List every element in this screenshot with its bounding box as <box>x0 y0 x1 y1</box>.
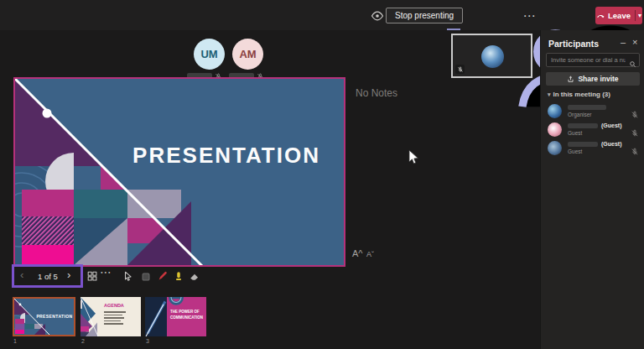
share-invite-icon <box>567 76 574 83</box>
participant-role: Guest <box>568 148 582 154</box>
share-screen-button[interactable] <box>578 8 595 25</box>
invite-search-input[interactable] <box>546 53 640 67</box>
slide-thumbnail-3[interactable]: THE POWER OF COMMUNICATION <box>145 297 206 336</box>
more-presenter-options-icon[interactable]: ⋯ <box>100 265 112 279</box>
camera-button[interactable] <box>541 8 558 25</box>
notes-font-smaller-button[interactable]: Aˇ <box>366 250 374 258</box>
mic-off-icon <box>631 144 639 159</box>
participants-panel: Participants – × Share invite ▾In this m… <box>540 30 644 349</box>
redacted-agenda-line <box>104 320 121 322</box>
slide-counter: 1 of 5 <box>30 272 65 281</box>
next-slide-button[interactable]: › <box>67 268 70 281</box>
tile-mic-off-badge <box>455 65 465 74</box>
notes-placeholder: No Notes <box>356 87 397 99</box>
avatar-am[interactable]: AM <box>232 39 263 70</box>
highlighter-icon[interactable] <box>173 270 184 285</box>
redacted-name <box>568 123 598 128</box>
minimize-panel-icon[interactable]: – <box>621 37 626 47</box>
guest-suffix: (Guest) <box>601 141 622 147</box>
participant-row-organiser[interactable]: Organiser <box>541 102 644 120</box>
participants-toggle-button[interactable] <box>445 8 462 25</box>
thumbnail-3-title: THE POWER OF COMMUNICATION <box>170 310 204 321</box>
video-avatar <box>481 45 504 68</box>
hangup-phone-icon <box>596 11 605 20</box>
previous-slide-button[interactable]: ‹ <box>20 268 23 281</box>
meeting-top-bar: Stop presenting ⋯ Leave ▾ <box>0 0 644 30</box>
pinned-video-tile[interactable] <box>451 34 532 78</box>
notes-font-larger-button[interactable]: A^ <box>352 248 363 258</box>
slide-thumbnail-2[interactable]: AGENDA <box>80 297 141 336</box>
laser-pointer-icon[interactable] <box>122 270 134 285</box>
eraser-icon[interactable] <box>189 270 200 285</box>
redacted-name <box>568 142 598 147</box>
redacted-agenda-line <box>104 317 124 319</box>
share-invite-label: Share invite <box>578 75 618 83</box>
thumbnail-2-title: AGENDA <box>104 303 124 308</box>
mouse-cursor <box>408 149 419 165</box>
leave-label: Leave <box>608 11 631 20</box>
participant-row-guest-1[interactable]: (Guest) Guest <box>541 121 644 138</box>
slide-title: PRESENTATION <box>114 143 339 169</box>
leave-divider <box>635 10 636 21</box>
share-invite-button[interactable]: Share invite <box>546 72 640 86</box>
guest-suffix: (Guest) <box>601 122 622 128</box>
chat-button[interactable] <box>465 8 482 25</box>
more-actions-button[interactable]: ⋯ <box>521 8 538 25</box>
thumbnail-1-title: PRESENTATION <box>34 314 75 319</box>
participant-avatar <box>548 104 562 118</box>
slide-geometric-art <box>15 79 344 265</box>
slide-grid-icon[interactable] <box>86 270 98 285</box>
participant-avatar <box>548 141 562 155</box>
redacted-agenda-line <box>104 323 123 325</box>
in-this-meeting-header[interactable]: ▾In this meeting (3) <box>548 91 610 98</box>
section-label: In this meeting (3) <box>553 91 610 98</box>
redacted-agenda-line <box>104 315 122 316</box>
participant-avatar <box>548 122 562 137</box>
participant-row-guest-2[interactable]: (Guest) Guest <box>541 139 644 157</box>
search-icon[interactable] <box>629 56 636 71</box>
breakout-rooms-button[interactable] <box>503 8 520 25</box>
avatar-um[interactable]: UM <box>194 39 225 70</box>
thumbnail-1-number: 1 <box>13 338 17 344</box>
redacted-agenda-line <box>104 311 126 313</box>
presented-slide[interactable]: PRESENTATION <box>13 77 345 267</box>
presenter-eye-icon[interactable] <box>371 9 384 26</box>
panel-title: Participants <box>548 39 599 49</box>
leave-button[interactable]: Leave ▾ <box>595 7 642 24</box>
thumbnail-2-number: 2 <box>81 338 85 344</box>
reactions-button[interactable] <box>485 8 501 25</box>
redacted-name <box>568 105 606 110</box>
pen-icon[interactable] <box>157 270 169 285</box>
participant-role: Organiser <box>568 112 592 117</box>
active-tab-underline <box>447 29 460 30</box>
slide-thumbnail-1[interactable]: PRESENTATION <box>13 297 75 336</box>
thumbnail-3-number: 3 <box>146 338 149 344</box>
close-panel-icon[interactable]: × <box>632 37 637 47</box>
chevron-down-icon: ▾ <box>548 91 551 97</box>
teams-meeting-window: Stop presenting ⋯ Leave ▾ UM AM <box>0 0 644 349</box>
participant-role: Guest <box>568 130 582 136</box>
select-tool-icon[interactable] <box>140 271 152 286</box>
mic-muted-button[interactable] <box>559 8 576 25</box>
leave-options-caret[interactable]: ▾ <box>638 13 641 19</box>
